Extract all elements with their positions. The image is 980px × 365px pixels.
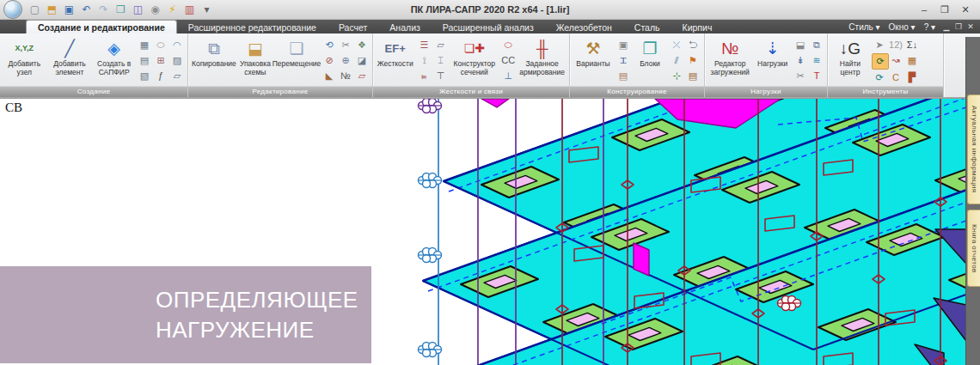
cylinder-icon[interactable]: ⬭ bbox=[153, 38, 168, 52]
numbering-icon[interactable]: № bbox=[338, 69, 353, 83]
hatch-lines-icon[interactable]: ⫽ bbox=[669, 53, 684, 68]
ribbon-group-tools: ↓G Найти центр ➤12)Σ↓⟳↝▦⟳C▛ Инструменты bbox=[828, 33, 944, 97]
solver-cube-icon[interactable]: ❒ bbox=[113, 3, 128, 17]
close-button[interactable]: ✕ bbox=[956, 3, 975, 17]
truss-icon[interactable]: ▦ bbox=[137, 38, 152, 52]
tower-icon[interactable]: ▧ bbox=[137, 69, 152, 83]
mdi-minimize-button[interactable]: ▁ bbox=[940, 22, 952, 31]
copy-plus-icon[interactable]: ⊕ bbox=[338, 53, 353, 68]
flash-run-icon[interactable]: ⚡ bbox=[165, 3, 180, 17]
tab-steel[interactable]: Сталь bbox=[623, 20, 671, 33]
window-menu[interactable]: Окно ▾ bbox=[885, 22, 920, 32]
undo-icon[interactable]: ↶ bbox=[79, 3, 94, 17]
mdi-close-button[interactable]: ✕ bbox=[965, 22, 977, 31]
open-file-icon[interactable]: ⬒ bbox=[45, 3, 59, 17]
flag-icon[interactable]: ⚑ bbox=[685, 53, 701, 68]
add-node-button[interactable]: X,Y,Z Добавить узел bbox=[3, 35, 46, 84]
refresh-teal-icon[interactable]: ⟳ bbox=[872, 70, 887, 85]
dome-icon[interactable]: ◠ bbox=[169, 38, 185, 52]
model-viewport[interactable]: СВ ОПРЕДЕЛЯЮЩЕЕ НАГРУЖЕНИЕ bbox=[0, 98, 966, 365]
masonry-icon[interactable]: ▤ bbox=[616, 69, 631, 83]
scissors-icon[interactable]: ✂ bbox=[338, 38, 353, 52]
distributed-load-icon[interactable]: ↡ bbox=[793, 53, 808, 68]
tab-analysis[interactable]: Анализ bbox=[378, 20, 431, 33]
beam-section-icon[interactable]: ⌶ bbox=[432, 53, 448, 68]
rigid-body-icon[interactable]: CC bbox=[500, 53, 516, 68]
tab-advanced-edit[interactable]: Расширенное редактирование bbox=[177, 20, 328, 33]
weight-icon[interactable]: ⬓ bbox=[793, 38, 808, 52]
numbering-display-icon[interactable]: 12) bbox=[888, 38, 903, 52]
pack-scheme-button[interactable]: ⬓ Упаковка схемы bbox=[239, 35, 272, 84]
spline-icon[interactable]: ↝ bbox=[888, 53, 903, 68]
support-icon[interactable]: ⊥ bbox=[500, 69, 516, 83]
piles-icon[interactable]: ☰ bbox=[416, 38, 432, 52]
ornament-icon[interactable]: ❖ bbox=[354, 38, 370, 52]
maximize-button[interactable]: ❐ bbox=[935, 3, 954, 17]
sum-down-icon[interactable]: Σ↓ bbox=[904, 38, 920, 52]
insert-node-icon[interactable]: ⊞ bbox=[153, 53, 168, 68]
pile-group-icon[interactable]: ⫢ bbox=[416, 69, 432, 83]
load-case-editor-button[interactable]: № Редактор загружений bbox=[707, 35, 752, 84]
save-icon[interactable]: ▣ bbox=[62, 3, 77, 17]
wall-add-icon[interactable]: ▤ bbox=[685, 69, 701, 83]
mesh-icon[interactable]: ▨ bbox=[169, 53, 185, 68]
copy-button[interactable]: ⧉ Копирование bbox=[191, 35, 237, 84]
blocks-button[interactable]: ❐ Блоки bbox=[633, 35, 667, 84]
diagram-icon[interactable]: ▥ bbox=[182, 3, 197, 17]
add-rods-icon[interactable]: ⤫ bbox=[669, 38, 684, 52]
rotate-icon[interactable]: ⟲ bbox=[322, 38, 337, 52]
loads-button[interactable]: ⇣ Нагрузки bbox=[754, 35, 791, 84]
rigid-contour-icon[interactable]: ⬭ bbox=[500, 38, 516, 52]
copy-loads-icon[interactable]: ⧉ bbox=[809, 38, 824, 52]
color-c-icon[interactable]: C bbox=[888, 70, 903, 85]
surface-function-icon[interactable]: ƒ bbox=[153, 69, 168, 83]
style-menu[interactable]: Стиль ▾ bbox=[844, 22, 884, 32]
plate-icon[interactable]: ▱ bbox=[432, 38, 448, 52]
side-tab-current-info[interactable]: Актуальная информация bbox=[967, 94, 980, 204]
column-turn-icon[interactable]: ⮌ bbox=[685, 38, 701, 52]
temperature-load-icon[interactable]: T bbox=[809, 69, 824, 83]
erase-icon[interactable]: ⊘ bbox=[322, 53, 337, 68]
plane-grid-icon[interactable]: ▱ bbox=[169, 69, 185, 83]
refresh-highlight-icon[interactable]: ⟳ bbox=[872, 53, 889, 70]
cut-loads-icon[interactable]: ✂ bbox=[793, 69, 808, 83]
redo-icon[interactable]: ↷ bbox=[96, 3, 111, 17]
mirror-icon[interactable]: ◪ bbox=[354, 53, 370, 68]
add-element-button[interactable]: ╱ Добавить элемент bbox=[48, 35, 92, 84]
palette-down-icon[interactable]: ▦ bbox=[904, 53, 920, 68]
dynamic-load-icon[interactable]: ≋ bbox=[809, 53, 824, 68]
tab-masonry[interactable]: Кирпич bbox=[671, 20, 724, 33]
stiffness-button[interactable]: EF+ Жесткости bbox=[376, 35, 414, 84]
concrete-cube-icon[interactable]: ▣ bbox=[616, 38, 631, 52]
add-points-icon[interactable]: ⊹ bbox=[669, 69, 684, 83]
find-center-button[interactable]: ↓G Найти центр bbox=[830, 35, 870, 84]
help-menu[interactable]: ? ▾ bbox=[920, 22, 940, 32]
steel-beam-icon[interactable]: Ɪ bbox=[616, 53, 631, 68]
graph-icon[interactable]: ▱ bbox=[354, 69, 370, 83]
section-builder-button[interactable]: ❏✚ Конструктор сечений bbox=[450, 35, 499, 84]
joint-icon[interactable]: ⊤ bbox=[432, 69, 448, 83]
new-document-icon[interactable]: ▢ bbox=[28, 3, 42, 17]
color-t-icon[interactable]: ▛ bbox=[904, 70, 920, 85]
create-in-sapfir-button[interactable]: ◈ Создать в САПФИР bbox=[93, 35, 135, 84]
side-tab-report-book[interactable]: Книга отчетов bbox=[967, 210, 980, 287]
tab-reinforced-concrete[interactable]: Железобетон bbox=[545, 20, 623, 33]
snapshot-icon[interactable]: ◉ bbox=[148, 3, 162, 17]
anchor-icon[interactable]: ⟟ bbox=[416, 53, 432, 68]
mdi-restore-button[interactable]: ❐ bbox=[952, 22, 965, 31]
minimize-button[interactable]: – bbox=[915, 3, 934, 17]
tab-calculation[interactable]: Расчет bbox=[328, 20, 378, 33]
tab-create-edit[interactable]: Создание и редактирование bbox=[26, 20, 177, 33]
side-tab-current-info-label: Актуальная информация bbox=[971, 106, 978, 192]
select-cursor-icon[interactable]: ➤ bbox=[872, 38, 887, 52]
qat-more-icon[interactable]: ▾ bbox=[199, 3, 214, 17]
corner-edit-icon[interactable]: ◣ bbox=[322, 69, 337, 83]
given-reinforcement-button[interactable]: ╫ Заданное армирование bbox=[518, 35, 567, 84]
side-panel-strip: Актуальная информация Книга отчетов bbox=[965, 37, 980, 365]
reference-books-icon[interactable]: ◫ bbox=[131, 3, 145, 17]
move-button[interactable]: ❏ Перемещение bbox=[273, 35, 320, 84]
tab-advanced-analysis[interactable]: Расширенный анализ bbox=[432, 20, 545, 33]
variants-button[interactable]: ⚒ Варианты bbox=[573, 35, 614, 84]
app-logo-icon[interactable] bbox=[3, 0, 22, 19]
frame-icon[interactable]: ▤ bbox=[137, 53, 152, 68]
